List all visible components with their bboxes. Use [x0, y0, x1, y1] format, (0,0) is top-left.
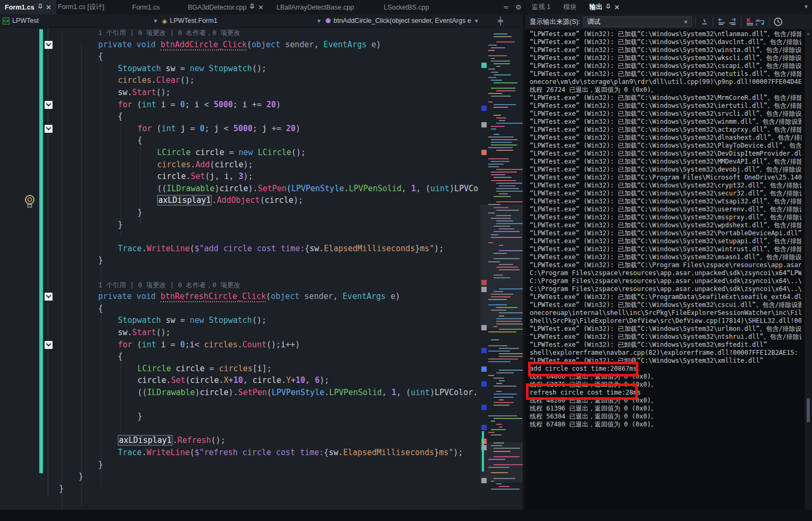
tab-label: LBallArrayDetectBase.cpp — [277, 4, 354, 11]
minimap-code-row — [491, 61, 510, 62]
visual-studio-window: Form1.cs✕Form1.cs [设计]Form1.csBGA3dDetec… — [0, 0, 812, 521]
minimap-code-row — [494, 277, 510, 278]
pin-icon[interactable] — [606, 4, 611, 11]
output-line: “LPWTest.exe” (Win32): 已加载“C:\Windows\Sy… — [530, 198, 801, 206]
minimap-code-row — [488, 358, 518, 360]
minimap-code-row — [488, 261, 500, 262]
minimap-code-row — [499, 228, 514, 229]
tab-label: LSocketBS.cpp — [384, 4, 429, 11]
minimap-code-row — [494, 196, 511, 197]
pin-icon[interactable] — [38, 4, 43, 11]
minimap-code-row — [496, 323, 523, 324]
panel-tab-输出[interactable]: 输出✕ — [583, 0, 626, 14]
close-icon[interactable]: ✕ — [258, 4, 263, 11]
clear-all-icon[interactable] — [745, 16, 755, 27]
output-line: “LPWTest.exe” (Win32): 已加载“C:\Windows\Sy… — [530, 134, 801, 142]
minimap-code-row — [494, 378, 504, 379]
code-line: for (int j = 0; j < 5000; j += 20) — [0, 123, 480, 135]
minimap-code-row — [488, 242, 493, 243]
breadcrumb-class-label: LPWTest.Form1 — [170, 17, 218, 24]
minimap-code-row — [494, 394, 517, 395]
minimap-code-row — [499, 193, 508, 194]
code-line: for (int i = 0; i < 5000; i += 20) — [0, 99, 480, 111]
output-line: 线程 61396 已退出，返回值为 0 (0x0)。 — [530, 405, 801, 413]
breadcrumb-member[interactable]: ⬢ btnAddCircle_Click(object sender, Even… — [325, 17, 479, 24]
output-log[interactable]: “LPWTest.exe” (Win32): 已加载“C:\Windows\Sy… — [525, 29, 805, 510]
chevron-down-icon[interactable]: ▼ — [316, 18, 322, 24]
code-line: ((ILDrawable)circle).SetPen(LPVPenStyle.… — [0, 387, 480, 399]
fold-marker-icon[interactable] — [45, 41, 53, 49]
split-editor-icon[interactable]: ╪ — [498, 16, 503, 25]
fold-marker-icon[interactable] — [45, 125, 53, 133]
pin-icon[interactable] — [249, 4, 255, 11]
highlighted-symbol[interactable]: axLDisplay1 — [157, 195, 212, 206]
previous-message-icon[interactable] — [716, 16, 727, 27]
close-icon[interactable]: ✕ — [46, 4, 51, 11]
output-panel-tab-bar: 监视 1模块输出✕ — [525, 0, 812, 14]
minimap-code-row — [488, 459, 505, 460]
minimap-code-row — [488, 361, 511, 362]
code-line — [0, 230, 480, 243]
settings-gear-icon[interactable]: ⚙ — [515, 3, 522, 11]
minimap-code-row — [491, 339, 499, 340]
goto-message-icon[interactable] — [699, 16, 710, 27]
output-line: “LPWTest.exe” (Win32): 已加载“C:\Windows\Sy… — [530, 38, 801, 46]
editor-tab-lsocketbs-cpp[interactable]: LSocketBS.cpp — [379, 0, 434, 14]
panel-tab-监视-1[interactable]: 监视 1 — [525, 0, 557, 14]
minimap-code-row — [488, 101, 493, 103]
minimap-code-row — [491, 174, 505, 175]
minimap-code-row — [494, 104, 516, 105]
fold-marker-icon[interactable] — [45, 293, 53, 301]
scrollbar-thumb[interactable] — [807, 398, 810, 422]
method-icon: ⬢ — [325, 17, 331, 24]
output-line: “LPWTest.exe” (Win32): 已卸载“C:\Windows\Sy… — [530, 341, 801, 349]
next-message-icon[interactable] — [727, 16, 738, 27]
timestamp-clock-icon[interactable] — [773, 16, 783, 27]
code-line: { — [0, 303, 480, 315]
editor-tab-form1-cs[interactable]: Form1.cs — [127, 0, 165, 14]
codelens-line: 1 个引用 | 0 项更改 | 0 名作者，0 项更改 — [0, 28, 480, 39]
code-line: sw.Start(); — [0, 327, 480, 339]
output-line: C:\Program Files\zspace\resources\app.as… — [530, 285, 801, 293]
editor-tab-form1-cs-[interactable]: Form1.cs [设计] — [53, 0, 109, 14]
close-icon[interactable]: ✕ — [614, 4, 619, 11]
minimap-code-row — [496, 483, 502, 484]
chevron-down-icon[interactable]: ▼ — [153, 18, 158, 24]
output-line: shell\SrcPkg\FileExplorer\DefView\src\De… — [530, 317, 801, 325]
minimap-code-row — [496, 318, 522, 319]
editor-tab-form1-cs[interactable]: Form1.cs✕ — [0, 0, 56, 14]
breadcrumb-class[interactable]: ◈ LPWTest.Form1 — [162, 17, 218, 25]
editor-tab-lballarraydetectbase-cpp[interactable]: LBallArrayDetectBase.cpp — [272, 0, 359, 14]
tab-list-icon[interactable]: ≂ — [503, 3, 509, 11]
output-scrollbar[interactable]: ▲ — [805, 29, 812, 510]
minimap-code-row — [491, 172, 517, 173]
minimap-code-row — [494, 134, 499, 135]
output-source-dropdown[interactable]: 调试 ▼ — [583, 16, 692, 27]
lightbulb-quick-action-icon[interactable] — [24, 194, 36, 208]
breadcrumb-project[interactable]: C# LPWTest — [3, 17, 39, 24]
editor-tab-bga3ddetector-cpp[interactable]: BGA3dDetector.cpp✕ — [183, 0, 269, 14]
minimap[interactable] — [480, 28, 523, 510]
scroll-up-arrow-icon[interactable]: ▲ — [806, 31, 810, 36]
panel-options-chevron-icon[interactable]: ▼ — [804, 4, 809, 10]
panel-tab-模块[interactable]: 模块 — [557, 0, 583, 14]
minimap-code-row — [491, 126, 505, 127]
highlighted-symbol[interactable]: axLDisplay1 — [118, 435, 172, 446]
code-line: Stopwatch sw = new Stopwatch(); — [0, 63, 480, 75]
minimap-mark — [481, 325, 487, 330]
annotation-box-add-circle-time — [528, 362, 638, 377]
code-editor[interactable]: 1 个引用 | 0 项更改 | 0 名作者，0 项更改private void … — [0, 28, 480, 510]
minimap-code-row — [491, 80, 502, 81]
output-line: “LPWTest.exe” (Win32): 已加载“C:\Windows\Sy… — [530, 158, 801, 166]
word-wrap-icon[interactable]: abc — [755, 16, 766, 27]
minimap-code-row — [496, 424, 502, 425]
code-line: } — [0, 483, 480, 495]
minimap-code-row — [496, 372, 514, 373]
output-source-value: 调试 — [587, 18, 600, 27]
fold-marker-icon[interactable] — [45, 101, 53, 109]
output-line: “LPWTest.exe” (Win32): 已加载“C:\Program Fi… — [530, 261, 801, 269]
minimap-code-row — [494, 63, 510, 64]
fold-marker-icon[interactable] — [45, 341, 53, 349]
minimap-code-row — [494, 226, 510, 227]
minimap-code-row — [491, 421, 495, 422]
